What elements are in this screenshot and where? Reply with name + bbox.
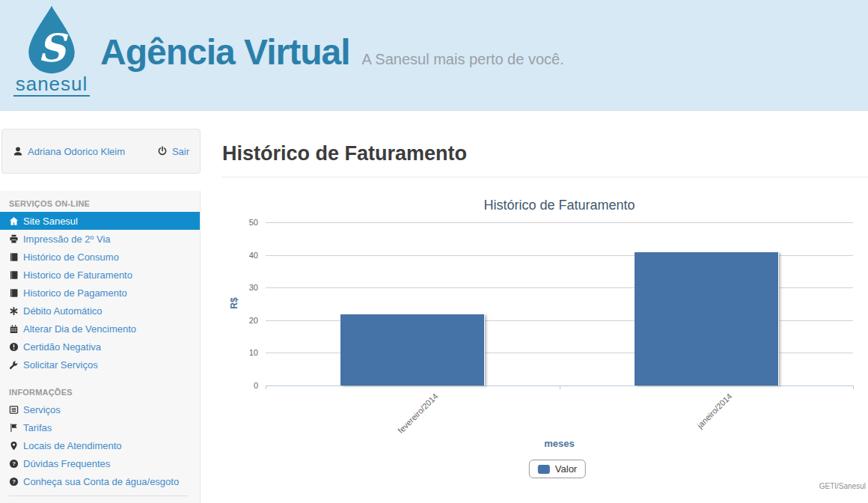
billing-history-chart: Histórico de Faturamento R$ meses Valor … [222,190,868,499]
logo-wordmark: sanesul [13,74,91,97]
sidebar-item-label: Certidão Negativa [23,341,101,353]
title-divider [222,177,868,177]
section-title-servicos-online: SERVIÇOS ON-LINE [0,194,200,212]
legend-swatch [538,465,550,474]
book-icon [9,270,19,280]
sidebar-item-certidao-negativa[interactable]: Certidão Negativa [0,338,200,356]
user-link[interactable]: Adriana Odorico Kleim [13,146,125,157]
svg-text:?: ? [12,478,16,485]
x-axis-category-label: fevereiro/2014 [397,391,440,435]
sidebar-item-conheca-conta[interactable]: ? Conheça sua Conta de água/esgoto [0,472,200,490]
sidebar-item-historico-faturamento[interactable]: Historico de Faturamento [0,266,200,284]
exclamation-circle-icon [9,342,19,352]
book-icon [9,288,19,298]
y-axis-tick-label: 20 [224,316,258,325]
sidebar-item-site-sanesul[interactable]: Site Sanesul [0,212,200,230]
sidebar-item-label: Débito Automático [23,305,103,317]
asterisk-icon [9,306,19,316]
sanesul-logo[interactable]: S sanesul [10,4,93,97]
page-title: Histórico de Faturamento [222,144,868,164]
section-title-informacoes: INFORMAÇÕES [0,382,200,400]
wrench-icon [9,360,19,370]
bar[interactable] [635,252,778,385]
sidebar-item-historico-pagamento[interactable]: Historico de Pagamento [0,284,200,302]
legend-label: Valor [555,463,577,475]
app-subtitle: A Sanesul mais perto de você. [362,51,564,68]
x-axis-tick [560,385,560,389]
sidebar-item-label: Dúvidas Frequentes [23,458,110,469]
x-axis-tick [853,385,854,389]
question-circle-icon: ? [9,459,19,469]
sidebar-item-label: Alterar Dia de Vencimento [23,323,136,335]
y-axis-title: R$ [229,266,239,341]
sidebar-item-tarifas[interactable]: Tarifas [0,418,200,436]
sidebar-item-label: Solicitar Serviços [23,359,98,371]
sidebar-item-label: Site Sanesul [23,216,78,227]
water-drop-icon: S [19,4,84,74]
y-axis-tick-label: 40 [224,251,258,260]
chart-title: Histórico de Faturamento [266,198,853,213]
book-icon [9,252,19,262]
x-axis-tick [266,385,266,389]
list-icon [9,405,19,415]
calendar-icon [9,324,19,334]
y-axis-tick-label: 0 [224,381,258,390]
printer-icon [9,234,19,244]
svg-text:?: ? [12,460,16,467]
chart-legend[interactable]: Valor [529,460,586,478]
home-icon [9,216,19,226]
sidebar: Adriana Odorico Kleim Sair SERVIÇOS ON-L… [0,111,201,503]
sidebar-item-label: Historico de Pagamento [23,287,127,299]
main-content: Histórico de Faturamento Histórico de Fa… [201,111,868,503]
y-axis-tick-label: 50 [224,218,258,227]
gridline [266,222,853,223]
sidebar-item-label: Tarifas [23,422,52,433]
map-marker-icon [9,441,19,451]
app-title: Agência Virtual [100,31,350,73]
sidebar-item-label: Conheça sua Conta de água/esgoto [23,476,179,487]
sidebar-item-duvidas-frequentes[interactable]: ? Dúvidas Frequentes [0,454,200,472]
sidebar-item-label: Locais de Atendimento [23,440,122,451]
user-panel: Adriana Odorico Kleim Sair [1,129,201,174]
bar[interactable] [340,314,484,385]
sidebar-item-label: Impressão de 2º Via [23,234,111,245]
x-axis-category-label: janeiro/2014 [695,391,733,430]
sidebar-item-solicitar-servicos[interactable]: Solicitar Serviços [0,356,200,374]
sidebar-divider [9,496,188,496]
user-name: Adriana Odorico Kleim [28,146,125,157]
sidebar-menu: SERVIÇOS ON-LINE Site Sanesul Impressão … [0,191,201,503]
sidebar-item-label: Histórico de Consumo [23,252,119,263]
user-icon [13,146,23,156]
chart-credits: GETI/Sanesul [819,482,866,490]
flag-icon [9,423,19,433]
sidebar-item-historico-consumo[interactable]: Histórico de Consumo [0,248,200,266]
sidebar-item-debito-automatico[interactable]: Débito Automático [0,302,200,320]
logout-link[interactable]: Sair [157,146,189,157]
sidebar-item-servicos[interactable]: Serviços [0,400,200,418]
app-header: S sanesul Agência Virtual A Sanesul mais… [0,0,868,111]
power-icon [157,146,168,156]
svg-text:S: S [37,25,68,70]
sidebar-item-impressao-2via[interactable]: Impressão de 2º Via [0,230,200,248]
y-axis-tick-label: 30 [224,283,258,292]
sidebar-item-label: Serviços [23,404,61,415]
y-axis-tick-label: 10 [224,348,258,357]
x-axis-title: meses [266,438,853,449]
sidebar-item-locais-atendimento[interactable]: Locais de Atendimento [0,436,200,454]
question-circle-icon: ? [9,477,19,487]
sidebar-item-label: Historico de Faturamento [23,269,132,281]
logout-label: Sair [172,146,189,157]
sidebar-item-alterar-vencimento[interactable]: Alterar Dia de Vencimento [0,320,200,338]
